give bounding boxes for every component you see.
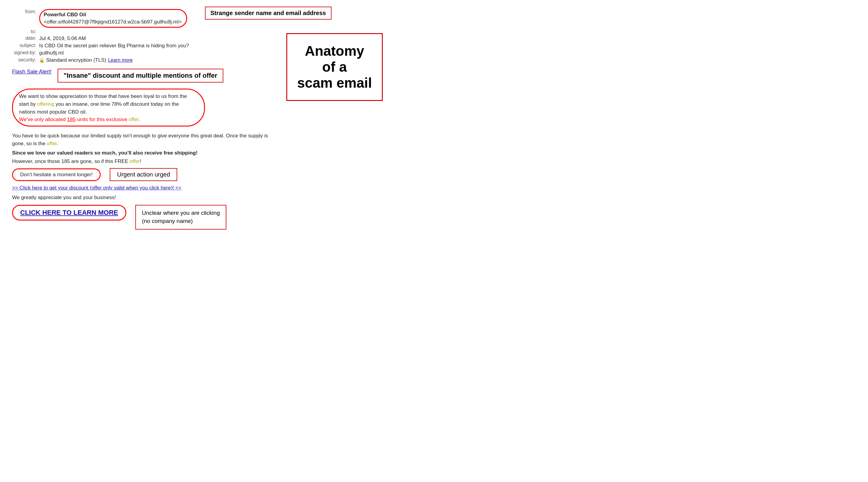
sender-info: Powerful CBD Oil <offer.srlfoil42877@7f9… bbox=[39, 9, 187, 28]
date-label: date: bbox=[12, 36, 36, 41]
learn-more-link[interactable]: Learn more bbox=[108, 58, 133, 63]
hesitate-text: Don't hesitate a moment longer! bbox=[12, 168, 101, 181]
from-label: from: bbox=[12, 9, 36, 14]
unclear-annotation-box: Unclear where you are clicking (no compa… bbox=[135, 205, 227, 229]
to-label: to: bbox=[12, 29, 36, 34]
subject-value: Is CBD Oil the secret pain reliever Big … bbox=[39, 43, 189, 49]
bottom-section: CLICK HERE TO LEARN MORE Unclear where y… bbox=[12, 205, 271, 229]
discount-link[interactable]: >> Click here to get your discount (offe… bbox=[12, 185, 181, 191]
anatomy-title: Anatomy of a scam email bbox=[294, 43, 375, 91]
date-value: Jul 4, 2019, 5:06 AM bbox=[39, 36, 86, 41]
offering-word: offering bbox=[37, 101, 54, 107]
offer-word3: offer bbox=[130, 158, 140, 164]
sender-annotation-box: Strange sender name and email address bbox=[205, 7, 332, 20]
sender-name: Powerful CBD Oil bbox=[44, 12, 86, 18]
free-shipping-line: Since we love our valued readers so much… bbox=[12, 150, 271, 156]
paragraph1: We want to show appreciation to those th… bbox=[19, 93, 187, 115]
anatomy-line2: of a bbox=[294, 59, 375, 75]
discount-paragraph-oval: We want to show appreciation to those th… bbox=[12, 89, 205, 127]
hesitate-row: Don't hesitate a moment longer! Urgent a… bbox=[12, 168, 271, 181]
security-label: security: bbox=[12, 57, 36, 63]
allocated-before: We've only allocated bbox=[19, 117, 67, 122]
lock-icon: 🔒 bbox=[39, 58, 44, 63]
signedby-label: signed-by: bbox=[12, 50, 36, 56]
allocated-line: We've only allocated 185 units for this … bbox=[19, 117, 140, 122]
signedby-value: gullhu9j.ml bbox=[39, 50, 64, 56]
allocated-after: units for this exclusive bbox=[76, 117, 129, 122]
security-value: 🔒 Standard encryption (TLS) Learn more bbox=[39, 57, 133, 63]
quick-paragraph: You have to be quick because our limited… bbox=[12, 132, 271, 148]
however-end: ! bbox=[140, 158, 141, 164]
discount-annotation-box: "Insane" discount and multiple mentions … bbox=[58, 69, 223, 83]
however-paragraph: However, once those 185 are gone, so if … bbox=[12, 158, 271, 164]
unclear-text-line1: Unclear where you are clicking bbox=[142, 210, 220, 216]
subject-label: subject: bbox=[12, 43, 36, 48]
appreciate-text: We greatly appreciate you and your busin… bbox=[12, 195, 271, 201]
however-before: However, once those 185 are gone, so if … bbox=[12, 158, 130, 164]
anatomy-line3: scam email bbox=[294, 75, 375, 91]
flash-sale-link[interactable]: Flash Sale Alert! bbox=[12, 69, 52, 75]
urgent-annotation-box: Urgent action urged bbox=[110, 168, 177, 181]
offer-word1: offer bbox=[129, 117, 138, 122]
click-here-link[interactable]: CLICK HERE TO LEARN MORE bbox=[20, 209, 118, 216]
security-text: Standard encryption (TLS) bbox=[46, 57, 106, 63]
unclear-text-line2: (no company name) bbox=[142, 218, 193, 224]
click-here-oval: CLICK HERE TO LEARN MORE bbox=[12, 205, 126, 221]
allocated-end: . bbox=[138, 117, 140, 122]
anatomy-line1: Anatomy bbox=[294, 43, 375, 59]
quick-para-end: . bbox=[57, 141, 58, 147]
anatomy-box: Anatomy of a scam email bbox=[286, 33, 383, 101]
right-panel: Anatomy of a scam email bbox=[283, 9, 386, 230]
sender-email: <offer.srlfoil42877@7f9qignd16127d.w2ca-… bbox=[44, 19, 181, 25]
allocated-number-link[interactable]: 185 bbox=[67, 117, 76, 122]
offer-word2: offer bbox=[47, 141, 57, 147]
